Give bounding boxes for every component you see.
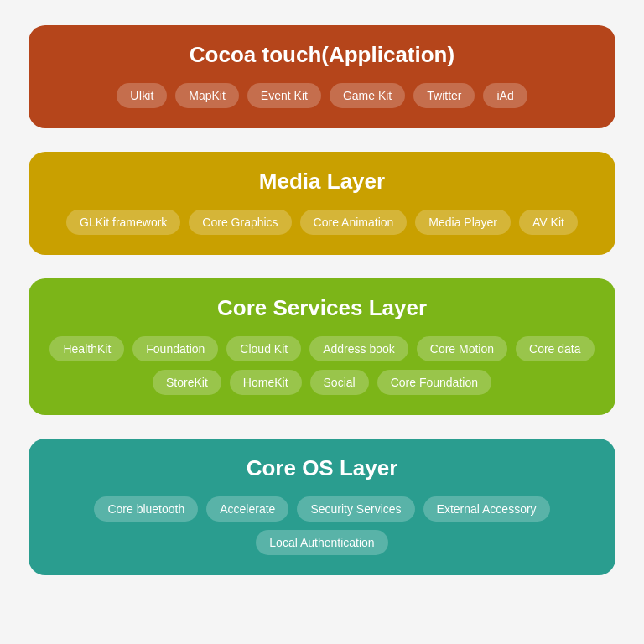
chips-row-media-layer: GLKit frameworkCore GraphicsCore Animati… xyxy=(49,210,595,235)
layer-card-core-services: Core Services LayerHealthKitFoundationCl… xyxy=(29,278,615,415)
chip-item: StoreKit xyxy=(153,370,221,395)
chip-item: Social xyxy=(310,370,369,395)
chip-item: Core Motion xyxy=(417,336,507,361)
chip-item: Media Player xyxy=(415,210,511,235)
chip-item: Foundation xyxy=(132,336,218,361)
chip-item: iAd xyxy=(483,83,527,108)
chips-row-cocoa-touch: UIkitMapKitEvent KitGame KitTwitteriAd xyxy=(49,83,595,108)
chip-item: Core Animation xyxy=(300,210,408,235)
chip-item: Core Graphics xyxy=(189,210,291,235)
layer-card-core-os: Core OS LayerCore bluetoothAccelerateSec… xyxy=(29,439,615,575)
chip-item: HealthKit xyxy=(49,336,124,361)
chip-item: Security Services xyxy=(297,496,414,522)
chip-item: Cloud Kit xyxy=(226,336,301,361)
chip-item: UIkit xyxy=(117,83,167,108)
chip-item: Core Foundation xyxy=(377,370,491,395)
app-container: Cocoa touch(Application)UIkitMapKitEvent… xyxy=(29,25,615,599)
layer-card-cocoa-touch: Cocoa touch(Application)UIkitMapKitEvent… xyxy=(29,25,615,128)
chip-item: HomeKit xyxy=(230,370,302,395)
chip-item: Core data xyxy=(516,336,594,361)
layer-title-media-layer: Media Layer xyxy=(49,169,595,195)
layer-title-core-services: Core Services Layer xyxy=(49,295,595,321)
chip-item: Core bluetooth xyxy=(94,496,198,522)
chip-item: MapKit xyxy=(175,83,239,108)
chip-item: Accelerate xyxy=(206,496,288,522)
chips-row-core-services: HealthKitFoundationCloud KitAddress book… xyxy=(49,336,595,395)
chip-item: Twitter xyxy=(413,83,475,108)
chip-item: Game Kit xyxy=(330,83,405,108)
chip-item: External Accessory xyxy=(423,496,550,522)
layer-title-cocoa-touch: Cocoa touch(Application) xyxy=(49,42,595,68)
chip-item: Address book xyxy=(309,336,408,361)
chip-item: AV Kit xyxy=(519,210,578,235)
chip-item: Local Authentication xyxy=(256,530,387,555)
chip-item: Event Kit xyxy=(247,83,321,108)
chips-row-core-os: Core bluetoothAccelerateSecurity Service… xyxy=(49,496,595,555)
layer-card-media-layer: Media LayerGLKit frameworkCore GraphicsC… xyxy=(29,152,615,255)
chip-item: GLKit framework xyxy=(66,210,180,235)
layer-title-core-os: Core OS Layer xyxy=(49,455,595,481)
